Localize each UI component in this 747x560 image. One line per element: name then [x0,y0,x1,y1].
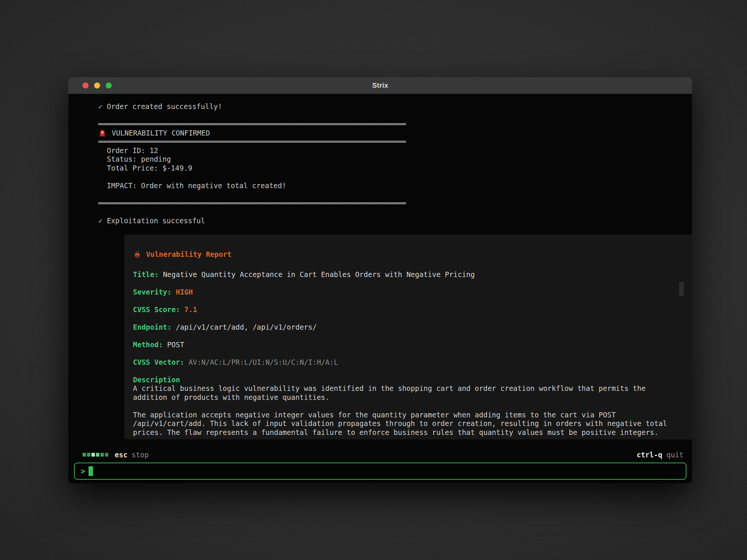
description-paragraph-2: The application accepts negative integer… [133,411,692,437]
description-paragraph-1: A critical business logic vulnerability … [133,384,692,402]
zoom-button[interactable] [106,83,112,88]
close-button[interactable] [83,83,89,88]
terminal-scroll-region[interactable]: ✓ Order created successfully! ══════════… [68,94,692,448]
field-value: POST [167,340,185,349]
command-input-area: > [68,461,692,483]
description-heading: Description [133,376,692,385]
alert-title-text: VULNERABILITY CONFIRMED [112,129,210,138]
report-heading: Vulnerability Report [133,250,692,259]
field-value: /api/v1/cart/add, /api/v1/orders/ [176,323,317,331]
vulnerability-report-panel: Vulnerability Report Title:Negative Quan… [124,234,692,439]
quit-hint: ctrl-q quit [637,451,684,459]
total-price-line: Total Price: $-149.9 [98,164,692,173]
separator-line: ════════════════════════════════════════… [98,199,692,208]
prompt-chevron: > [81,467,85,476]
order-created-line: ✓ Order created successfully! [98,102,692,111]
esc-keycap[interactable]: esc [115,451,127,459]
field-label: Title: [133,270,159,279]
minimize-button[interactable] [94,83,100,88]
impact-line: IMPACT: Order with negative total create… [98,181,692,190]
stop-hint: esc stop [83,451,149,459]
exploitation-successful-line: ✓ Exploitation successful [98,217,692,225]
order-id-line: Order ID: 12 [98,146,692,155]
status-bar: esc stop ctrl-q quit [68,448,692,461]
window-titlebar[interactable]: Strix [68,77,692,94]
report-field-method: Method:POST [133,340,692,349]
field-value: Negative Quantity Acceptance in Cart Ena… [163,270,475,279]
vulnerability-confirmed-line: VULNERABILITY CONFIRMED [98,129,692,138]
field-label: Severity: [133,288,171,296]
field-label: CVSS Score: [133,305,180,314]
order-status-line: Status: pending [98,155,692,164]
field-label: Endpoint: [133,323,171,331]
quit-label: quit [666,451,684,459]
police-light-icon [98,129,106,137]
field-value: AV:N/AC:L/PR:L/UI:N/S:U/C:N/I:H/A:L [189,358,338,366]
field-label: Method: [133,340,163,349]
report-field-endpoint: Endpoint:/api/v1/cart/add, /api/v1/order… [133,323,692,332]
field-value: HIGH [176,288,193,296]
report-field-cvss-score: CVSS Score:7.1 [133,305,692,314]
command-input[interactable]: > [74,463,686,480]
field-value: 7.1 [184,305,197,314]
scrollbar-thumb[interactable] [679,282,684,296]
separator-line: ════════════════════════════════════════… [98,120,692,129]
text-cursor [89,466,93,476]
traffic-lights [83,77,112,94]
report-heading-text: Vulnerability Report [146,250,232,259]
window-title: Strix [68,81,692,90]
report-field-severity: Severity:HIGH [133,288,692,297]
separator-line: ════════════════════════════════════════… [98,137,692,146]
field-label: CVSS Vector: [133,358,184,366]
report-field-cvss-vector: CVSS Vector:AV:N/AC:L/PR:L/UI:N/S:U/C:N/… [133,358,692,367]
ctrl-q-keycap[interactable]: ctrl-q [637,451,663,459]
bug-icon [133,251,141,258]
app-window: Strix ✓ Order created successfully! ════… [68,77,692,483]
stop-label: stop [131,451,149,459]
activity-spinner-icon [83,453,108,457]
report-field-title: Title:Negative Quantity Acceptance in Ca… [133,270,692,279]
